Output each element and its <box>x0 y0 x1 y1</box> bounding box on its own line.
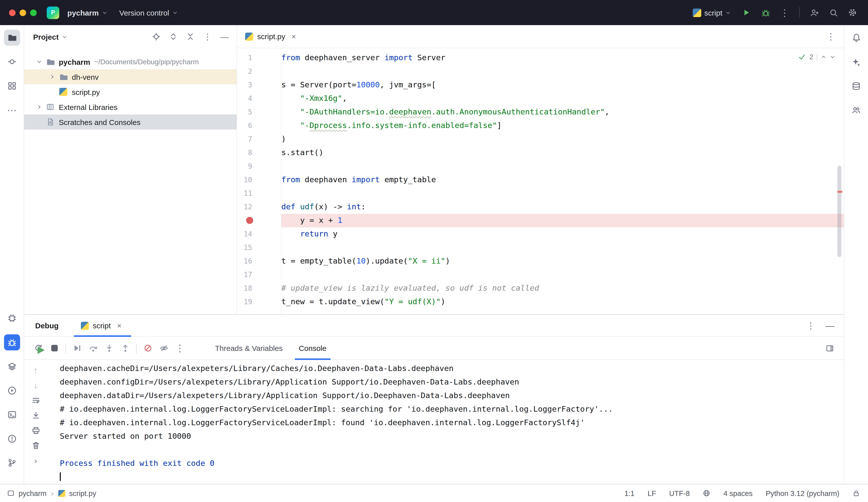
python-interpreter[interactable]: Python 3.12 (pycharm) <box>766 489 839 497</box>
services-tool-button[interactable] <box>4 358 20 375</box>
hide-debug-panel-button[interactable]: — <box>823 318 837 333</box>
caret-position[interactable]: 1:1 <box>624 489 634 497</box>
code-line-text[interactable]: s.start() <box>281 146 844 160</box>
resume-button[interactable] <box>70 341 84 355</box>
code-line-text[interactable]: t_new = t.update_view("Y = udf(X)") <box>281 295 844 309</box>
run-tool-button[interactable] <box>4 383 20 399</box>
tree-item-pycharm[interactable]: pycharm ~/Documents/Debug/pip/pycharm <box>24 54 237 69</box>
step-into-button[interactable] <box>102 341 116 355</box>
structure-tool-button[interactable] <box>4 78 20 94</box>
code-line-text[interactable] <box>281 160 844 173</box>
rerun-button[interactable] <box>31 341 45 355</box>
chevron-down-icon[interactable] <box>33 59 45 65</box>
line-number-gutter[interactable]: 5 <box>237 105 281 119</box>
globe-icon[interactable] <box>703 490 711 497</box>
line-number-gutter[interactable]: 15 <box>237 241 281 254</box>
inspection-widget[interactable]: 2 <box>796 52 838 62</box>
step-over-button[interactable] <box>86 341 100 355</box>
problems-tool-button[interactable] <box>4 431 20 447</box>
search-everywhere-button[interactable] <box>826 5 841 20</box>
line-number-gutter[interactable]: 16 <box>237 254 281 268</box>
code-line-text[interactable]: return y <box>281 227 844 241</box>
project-widget[interactable]: pycharm <box>63 6 111 19</box>
code-line-text[interactable] <box>281 65 844 78</box>
step-out-button[interactable] <box>118 341 132 355</box>
database-tool-button[interactable] <box>848 78 864 94</box>
breadcrumb-project[interactable]: pycharm <box>19 489 46 497</box>
ai-assistant-tool-button[interactable] <box>848 54 864 70</box>
layout-settings-button[interactable] <box>823 341 837 355</box>
error-stripe-mark[interactable] <box>837 191 843 193</box>
line-number-gutter[interactable]: 2 <box>237 65 281 78</box>
select-opened-file-button[interactable] <box>151 32 161 42</box>
stop-button[interactable] <box>47 341 61 355</box>
expand-toolbar-button[interactable]: › <box>34 456 37 465</box>
more-tool-windows-button[interactable]: ⋯ <box>4 102 20 118</box>
hide-project-panel-button[interactable]: — <box>219 32 229 42</box>
project-options-button[interactable]: ⋮ <box>203 32 213 42</box>
settings-button[interactable] <box>845 5 860 20</box>
notifications-tool-button[interactable] <box>848 30 864 46</box>
debug-session-tab[interactable]: script × <box>74 315 131 336</box>
commit-tool-button[interactable] <box>4 54 20 70</box>
file-encoding[interactable]: UTF-8 <box>669 489 690 497</box>
tree-item-scratches[interactable]: Scratches and Consoles <box>24 114 237 129</box>
close-tab-button[interactable]: × <box>289 32 298 41</box>
line-number-gutter[interactable]: 10 <box>237 173 281 187</box>
line-number-gutter[interactable]: 6 <box>237 119 281 133</box>
code-line-text[interactable]: from deephaven_server import Server <box>281 51 844 65</box>
indent-style[interactable]: 4 spaces <box>724 489 753 497</box>
line-number-gutter[interactable]: 7 <box>237 133 281 146</box>
line-number-gutter[interactable]: 1 <box>237 51 281 65</box>
close-window-button[interactable] <box>9 9 16 16</box>
line-number-gutter[interactable]: 11 <box>237 187 281 200</box>
tab-script-py[interactable]: script.py × <box>237 25 304 48</box>
next-problem-icon[interactable] <box>830 54 835 60</box>
prev-occurrence-button[interactable]: ↑ <box>34 366 38 375</box>
minimize-window-button[interactable] <box>20 9 26 16</box>
fullscreen-window-button[interactable] <box>30 9 37 16</box>
code-line-text[interactable]: ) <box>281 133 844 146</box>
tree-item-external-libraries[interactable]: External Libraries <box>24 100 237 114</box>
collapse-all-button[interactable] <box>185 32 195 42</box>
project-tool-button[interactable] <box>4 30 20 46</box>
code-line-text[interactable]: s = Server(port=10000, jvm_args=[ <box>281 78 844 92</box>
tree-item-script-py[interactable]: script.py <box>24 84 237 100</box>
breakpoint-gutter[interactable] <box>237 214 281 227</box>
pycharm-logo-icon[interactable]: P <box>47 6 59 19</box>
clear-console-button[interactable] <box>31 441 40 450</box>
line-number-gutter[interactable]: 19 <box>237 295 281 309</box>
code-line-text[interactable]: y = x + 1 <box>281 214 844 227</box>
code-line-text[interactable] <box>281 187 844 200</box>
run-configuration-selector[interactable]: script <box>689 6 735 19</box>
view-breakpoints-button[interactable] <box>157 341 171 355</box>
vcs-widget[interactable]: Version control <box>115 6 182 19</box>
run-button[interactable] <box>739 5 754 20</box>
breadcrumb-file[interactable]: script.py <box>69 489 96 497</box>
code-line-text[interactable]: "-Xmx16g", <box>281 92 844 105</box>
line-number-gutter[interactable]: 4 <box>237 92 281 105</box>
code-line-text[interactable]: "-DAuthHandlers=io.deephaven.auth.Anonym… <box>281 105 844 119</box>
line-separator[interactable]: LF <box>648 489 656 497</box>
scroll-to-end-button[interactable] <box>31 411 40 420</box>
version-control-tool-button[interactable] <box>4 455 20 471</box>
line-number-gutter[interactable]: 18 <box>237 282 281 295</box>
next-occurrence-button[interactable]: ↓ <box>34 381 38 389</box>
chevron-right-icon[interactable] <box>46 74 58 80</box>
code-line-text[interactable]: "-Dprocess.info.system-info.enabled=fals… <box>281 119 844 133</box>
chevron-down-icon[interactable] <box>62 34 67 39</box>
terminal-tool-button[interactable] <box>4 407 20 423</box>
line-number-gutter[interactable]: 17 <box>237 268 281 282</box>
code-with-me-button[interactable] <box>807 5 822 20</box>
line-number-gutter[interactable]: 8 <box>237 146 281 160</box>
breakpoint-icon[interactable] <box>246 217 253 224</box>
readonly-lock-icon[interactable] <box>852 490 860 497</box>
tab-console[interactable]: Console <box>291 337 334 359</box>
soft-wrap-button[interactable] <box>31 396 40 405</box>
prev-problem-icon[interactable] <box>821 54 826 60</box>
editor-options-button[interactable]: ⋮ <box>824 29 838 43</box>
tab-threads-variables[interactable]: Threads & Variables <box>207 337 291 359</box>
line-number-gutter[interactable]: 3 <box>237 78 281 92</box>
close-session-button[interactable]: × <box>115 321 124 330</box>
code-line-text[interactable] <box>281 241 844 254</box>
